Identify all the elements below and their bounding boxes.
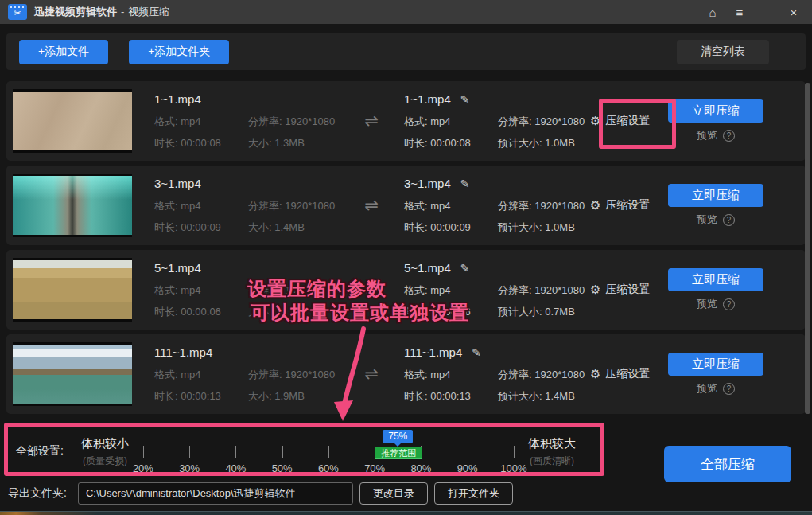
compress-settings-button[interactable]: ⚙ 压缩设置 <box>590 283 666 297</box>
compress-settings-label: 压缩设置 <box>605 367 650 381</box>
format-value: mp4 <box>181 200 200 212</box>
minimize-icon[interactable]: — <box>756 3 777 21</box>
change-directory-button[interactable]: 更改目录 <box>359 482 428 505</box>
format-label: 格式: <box>404 200 428 212</box>
video-thumbnail <box>13 258 132 322</box>
scissors-glyph: ✂ <box>14 9 21 18</box>
output-info: 3~1.mp4✎ 格式: mp4 分辨率: 1920*1080 时长: 00:0… <box>404 177 590 235</box>
slider-value-tooltip: 75% <box>383 430 413 443</box>
tick-label: 40% <box>225 462 246 474</box>
duration-value: 00:00:13 <box>181 390 221 402</box>
est-size-label: 预计大小: <box>498 221 542 233</box>
est-size-label: 预计大小: <box>498 306 542 318</box>
video-thumbnail <box>13 89 132 153</box>
tick-label: 80% <box>410 462 431 474</box>
format-label: 格式: <box>154 284 178 296</box>
preview-link[interactable]: 预览 <box>697 381 717 396</box>
duration-label: 时长: <box>404 137 428 149</box>
compress-settings-button[interactable]: ⚙ 压缩设置 <box>590 198 666 213</box>
help-icon[interactable]: ? <box>723 298 735 310</box>
format-value: mp4 <box>430 369 450 380</box>
add-file-button[interactable]: +添加文件 <box>19 40 108 64</box>
toolbar: +添加文件 +添加文件夹 清空列表 <box>6 33 806 70</box>
window-controls: ⌂ ≡ — × <box>702 3 804 21</box>
titlebar: ✂ 迅捷视频剪辑软件-视频压缩 ⌂ ≡ — × <box>0 0 812 24</box>
tick-label: 50% <box>272 462 293 474</box>
compress-settings-button[interactable]: ⚙ 压缩设置 <box>590 367 666 381</box>
duration-value: 00:00:08 <box>181 137 221 149</box>
compress-all-button[interactable]: 全部压缩 <box>664 446 791 482</box>
resolution-label: 分辨率: <box>248 200 282 212</box>
resolution-label: 分辨率: <box>498 200 532 212</box>
help-icon[interactable]: ? <box>723 214 735 226</box>
compress-now-button[interactable]: 立即压缩 <box>668 268 763 291</box>
clear-list-button[interactable]: 清空列表 <box>677 40 769 64</box>
convert-arrows-icon: ⇌ <box>359 111 383 131</box>
slider-track <box>143 458 514 458</box>
preview-link[interactable]: 预览 <box>697 128 717 142</box>
recommended-range-badge: 推荐范围 <box>375 447 422 459</box>
edit-name-icon[interactable]: ✎ <box>472 346 481 359</box>
window-title: 迅捷视频剪辑软件-视频压缩 <box>34 5 169 19</box>
menu-icon[interactable]: ≡ <box>729 3 750 21</box>
edit-name-icon[interactable]: ✎ <box>460 262 470 275</box>
resolution-label: 分辨率: <box>248 284 282 296</box>
global-settings-bar: 全部设置: 体积较小 (质量受损) 20% 30% 40% 50% 60% 70… <box>6 425 806 474</box>
file-row: 1~1.mp4 格式: mp4 分辨率: 1920*1080 时长: 00:00… <box>6 81 806 161</box>
open-folder-button[interactable]: 打开文件夹 <box>434 482 513 505</box>
format-value: mp4 <box>430 284 450 296</box>
gear-icon: ⚙ <box>590 198 600 213</box>
resolution-value: 1920*1080 <box>534 284 585 296</box>
close-icon[interactable]: × <box>783 3 804 21</box>
all-settings-label: 全部设置: <box>16 444 64 458</box>
resolution-value: 1920*1080 <box>285 369 335 380</box>
source-info: 1~1.mp4 格式: mp4 分辨率: 1920*1080 时长: 00:00… <box>154 92 359 150</box>
duration-label: 时长: <box>404 390 428 402</box>
duration-label: 时长: <box>404 221 428 233</box>
file-row: 5~1.mp4 格式: mp4 分辨率: 1920*1080 时长: 00:00… <box>6 250 806 330</box>
format-value: mp4 <box>181 284 200 296</box>
file-row: 111~1.mp4 格式: mp4 分辨率: 1920*1080 时长: 00:… <box>6 334 806 414</box>
tick-label: 100% <box>500 462 526 474</box>
preview-link[interactable]: 预览 <box>697 297 717 311</box>
add-folder-button[interactable]: +添加文件夹 <box>129 40 229 64</box>
home-icon[interactable]: ⌂ <box>702 3 723 21</box>
help-icon[interactable]: ? <box>723 383 735 395</box>
duration-value: 00:00:06 <box>181 306 221 318</box>
compress-settings-button[interactable]: ⚙ 压缩设置 <box>590 114 666 128</box>
app-name: 迅捷视频剪辑软件 <box>34 6 117 18</box>
gear-icon: ⚙ <box>590 283 600 297</box>
resolution-label: 分辨率: <box>498 369 532 380</box>
export-path-input[interactable] <box>78 482 353 505</box>
file-row: 3~1.mp4 格式: mp4 分辨率: 1920*1080 时长: 00:00… <box>6 166 806 245</box>
duration-value: 00:00:06 <box>430 306 471 318</box>
compress-now-button[interactable]: 立即压缩 <box>668 184 763 207</box>
output-filename: 5~1.mp4 <box>404 261 451 275</box>
format-label: 格式: <box>404 115 428 127</box>
format-value: mp4 <box>181 115 200 127</box>
duration-label: 时长: <box>154 137 178 149</box>
tick-label: 20% <box>133 462 153 474</box>
help-icon[interactable]: ? <box>723 130 735 142</box>
list-scrollbar[interactable] <box>805 83 810 414</box>
format-label: 格式: <box>404 284 428 296</box>
output-filename: 3~1.mp4 <box>404 177 451 190</box>
source-filename: 111~1.mp4 <box>154 345 359 359</box>
source-info: 5~1.mp4 格式: mp4 分辨率: 1920*1080 时长: 00:00… <box>154 261 359 319</box>
format-label: 格式: <box>404 369 428 380</box>
preview-link[interactable]: 预览 <box>697 213 717 227</box>
convert-arrows-icon: ⇌ <box>359 365 383 384</box>
resolution-value: 1920*1080 <box>285 284 335 296</box>
resolution-value: 1920*1080 <box>534 200 585 212</box>
compression-slider[interactable]: 20% 30% 40% 50% 60% 70% 80% 90% 100% 推荐范… <box>143 430 514 476</box>
format-label: 格式: <box>154 369 178 380</box>
resolution-value: 1920*1080 <box>534 115 585 127</box>
compress-now-button[interactable]: 立即压缩 <box>668 353 763 376</box>
source-filename: 3~1.mp4 <box>154 177 359 190</box>
resolution-label: 分辨率: <box>248 369 282 380</box>
compress-now-button[interactable]: 立即压缩 <box>668 99 763 123</box>
edit-name-icon[interactable]: ✎ <box>460 93 470 106</box>
compress-settings-label: 压缩设置 <box>605 198 650 213</box>
edit-name-icon[interactable]: ✎ <box>460 178 470 190</box>
source-filename: 5~1.mp4 <box>154 261 359 275</box>
